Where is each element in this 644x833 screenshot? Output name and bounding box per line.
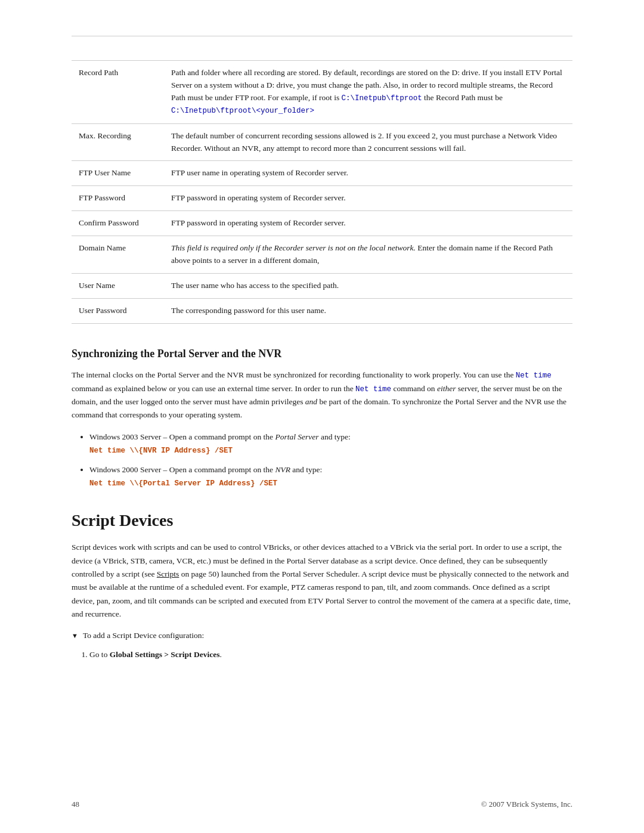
table-label: User Name	[72, 274, 164, 299]
table-value: FTP user name in operating system of Rec…	[164, 161, 572, 186]
page-footer: 48 © 2007 VBrick Systems, Inc.	[72, 800, 572, 809]
triangle-bullet-text: To add a Script Device configuration:	[83, 629, 204, 642]
code-nvr-set: Net time \\{NVR IP Address} /SET	[89, 447, 233, 455]
sync-para1: The internal clocks on the Portal Server…	[72, 368, 572, 422]
table-value: The corresponding password for this user…	[164, 298, 572, 323]
table-label: FTP User Name	[72, 161, 164, 186]
table-value: The default number of concurrent recordi…	[164, 123, 572, 161]
settings-table: Record Path Path and folder where all re…	[72, 60, 572, 324]
script-devices-para1: Script devices work with scripts and can…	[72, 541, 572, 621]
scripts-link[interactable]: Scripts	[157, 569, 179, 578]
code-net-time-1: Net time	[516, 371, 552, 380]
triangle-bullet-item: ▼ To add a Script Device configuration:	[72, 629, 572, 642]
script-devices-heading: Script Devices	[72, 511, 572, 530]
triangle-icon: ▼	[72, 630, 78, 641]
table-row: FTP User Name FTP user name in operating…	[72, 161, 572, 186]
table-value: FTP password in operating system of Reco…	[164, 211, 572, 236]
code-ftproot: C:\Inetpub\ftproot	[342, 94, 422, 103]
list-item: Go to Global Settings > Script Devices.	[89, 648, 572, 661]
copyright: © 2007 VBrick Systems, Inc.	[481, 800, 572, 809]
table-label: User Password	[72, 298, 164, 323]
sync-heading: Synchronizing the Portal Server and the …	[72, 348, 572, 360]
table-label: Domain Name	[72, 236, 164, 274]
table-row: User Name The user name who has access t…	[72, 274, 572, 299]
table-value: This field is required only if the Recor…	[164, 236, 572, 274]
sync-bullets: Windows 2003 Server – Open a command pro…	[89, 431, 572, 490]
table-row: Record Path Path and folder where all re…	[72, 61, 572, 124]
table-value: The user name who has access to the spec…	[164, 274, 572, 299]
table-row: FTP Password FTP password in operating s…	[72, 186, 572, 211]
list-item: Windows 2003 Server – Open a command pro…	[89, 431, 572, 457]
code-net-time-2: Net time	[355, 385, 391, 394]
table-row: User Password The corresponding password…	[72, 298, 572, 323]
code-portal-set: Net time \\{Portal Server IP Address} /S…	[89, 479, 277, 488]
list-item: Windows 2000 Server – Open a command pro…	[89, 463, 572, 490]
table-label: Confirm Password	[72, 211, 164, 236]
table-value: Path and folder where all recording are …	[164, 61, 572, 124]
table-value: FTP password in operating system of Reco…	[164, 186, 572, 211]
top-divider	[72, 36, 572, 36]
numbered-steps: Go to Global Settings > Script Devices.	[89, 648, 572, 661]
table-row: Max. Recording The default number of con…	[72, 123, 572, 161]
table-row: Domain Name This field is required only …	[72, 236, 572, 274]
code-your-folder: C:\Inetpub\ftproot\<your_folder>	[171, 107, 314, 115]
table-label: Record Path	[72, 61, 164, 124]
table-label: Max. Recording	[72, 123, 164, 161]
table-row: Confirm Password FTP password in operati…	[72, 211, 572, 236]
page-number: 48	[72, 800, 79, 809]
table-label: FTP Password	[72, 186, 164, 211]
